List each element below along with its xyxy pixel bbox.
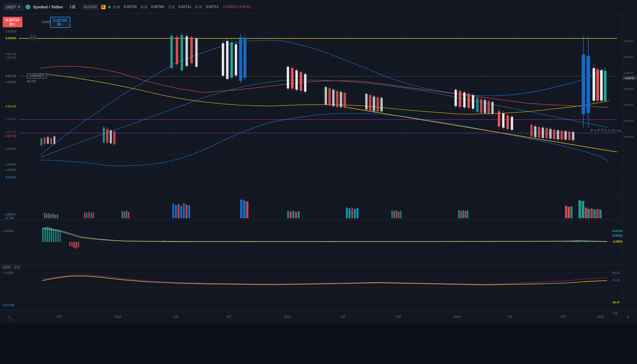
open-label: 始値 — [113, 5, 120, 9]
volume-chart: 0.00737 57.69K — [0, 198, 622, 220]
svg-text:0.02711: 0.02711 — [5, 74, 16, 78]
currency-selector[interactable]: USDT ▼ — [3, 4, 23, 11]
buy-price: 0.02734 — [53, 18, 67, 22]
svg-rect-216 — [570, 206, 573, 218]
svg-rect-187 — [55, 215, 56, 218]
svg-rect-192 — [180, 206, 182, 218]
svg-text:0.03500: 0.03500 — [5, 30, 16, 33]
svg-rect-222 — [593, 209, 596, 218]
svg-rect-236 — [396, 210, 397, 218]
live-dot — [108, 6, 110, 8]
low-value: 0.02711 — [179, 5, 191, 9]
svg-rect-294 — [584, 241, 585, 242]
macd-panel-label — [1, 220, 4, 221]
buy-label: 買い — [53, 22, 67, 27]
timeframe-label: 1週 — [70, 5, 75, 9]
svg-text:0.01746: 0.01746 — [3, 303, 14, 307]
svg-text:0.03344: 0.03344 — [5, 37, 17, 40]
svg-rect-195 — [188, 205, 190, 218]
svg-rect-254 — [71, 242, 73, 247]
svg-rect-287 — [569, 241, 570, 242]
price-change: -0.00025 (-0.91%) — [222, 5, 251, 9]
close-value: 0.02711 — [206, 5, 219, 9]
svg-text:0.01000: 0.01000 — [624, 119, 633, 122]
svg-text:0.00737: 0.00737 — [5, 213, 16, 216]
dropdown-arrow-icon: ▼ — [18, 5, 20, 8]
symbol-icon — [25, 5, 30, 9]
svg-rect-208 — [357, 208, 359, 219]
svg-text:0.01734: 0.01734 — [5, 134, 16, 138]
svg-text:XYMUSDT: XYMUSDT — [29, 74, 44, 77]
right-price-axis: 0.03500 0.03000 0.02500 0.02000 0.01500 … — [622, 14, 637, 310]
svg-rect-211 — [462, 210, 464, 218]
svg-text:67.28: 67.28 — [612, 279, 620, 282]
svg-text:5月: 5月 — [341, 315, 346, 318]
svg-rect-256 — [75, 242, 77, 249]
svg-text:0.00500: 0.00500 — [624, 135, 633, 138]
svg-rect-207 — [354, 209, 356, 219]
svg-rect-191 — [178, 204, 179, 218]
svg-text:0.01500: 0.01500 — [624, 103, 633, 106]
svg-text:0.01737: 0.01737 — [5, 130, 16, 134]
svg-rect-255 — [73, 242, 75, 248]
svg-text:0.00129: 0.00129 — [612, 234, 622, 237]
svg-rect-244 — [42, 228, 44, 242]
svg-rect-249 — [53, 229, 54, 242]
kucoin-icon: K — [101, 5, 106, 9]
svg-rect-235 — [393, 211, 395, 218]
header-bar: USDT ▼ Symbol / Tether · 1週 · KUCOIN K 始… — [0, 0, 637, 14]
svg-text:45.47: 45.47 — [612, 301, 620, 304]
svg-text:2025: 2025 — [597, 315, 604, 318]
svg-rect-210 — [460, 210, 462, 218]
svg-text:USDT: USDT — [3, 266, 11, 269]
svg-rect-233 — [128, 212, 130, 218]
symbol-title: Symbol / Tether — [33, 5, 63, 9]
buy-price-box[interactable]: 0.02734 買い — [50, 17, 70, 28]
svg-text:5月: 5月 — [508, 315, 513, 318]
svg-rect-215 — [568, 207, 570, 218]
svg-rect-223 — [596, 209, 599, 219]
svg-rect-185 — [50, 214, 52, 218]
svg-text:0.02711: 0.02711 — [625, 77, 635, 80]
svg-text:TV: TV — [8, 318, 14, 322]
sell-price-box[interactable]: 0.02710 売り — [3, 17, 22, 27]
svg-rect-188 — [57, 214, 58, 218]
svg-text:5月: 5月 — [173, 315, 179, 318]
svg-text:Z: Z — [8, 315, 10, 318]
svg-rect-190 — [175, 205, 177, 218]
svg-rect-197 — [243, 200, 245, 218]
high-label: 高値 — [140, 5, 147, 9]
svg-text:0.02000: 0.02000 — [624, 87, 633, 90]
future-date-label: 5月 — [613, 312, 618, 316]
svg-text:2023: 2023 — [284, 315, 291, 318]
svg-text:2024: 2024 — [454, 315, 461, 318]
svg-rect-213 — [467, 210, 468, 218]
svg-rect-227 — [88, 211, 90, 218]
main-chart[interactable]: 0.03344 0.02745 0.02730 0.02711 0.02652 … — [0, 14, 622, 198]
svg-text:-0.00067: -0.00067 — [612, 240, 622, 243]
svg-rect-182 — [44, 213, 45, 218]
svg-text:0.02500: 0.02500 — [624, 71, 633, 74]
svg-rect-217 — [579, 200, 581, 218]
svg-text:0.00737: 0.00737 — [5, 176, 16, 179]
svg-rect-229 — [93, 212, 94, 218]
svg-text:2022: 2022 — [114, 315, 121, 318]
svg-text:0.05000: 0.05000 — [3, 229, 14, 233]
svg-rect-257 — [78, 242, 79, 247]
close-label: 終値 — [195, 5, 202, 9]
svg-rect-189 — [172, 204, 174, 218]
svg-rect-245 — [44, 227, 46, 242]
svg-rect-193 — [183, 203, 185, 218]
svg-text:9月: 9月 — [396, 315, 402, 318]
svg-rect-228 — [90, 213, 92, 218]
price-info: 始値 0.02720 高値 0.02780 安値 0.02711 終値 0.02… — [113, 5, 251, 9]
svg-text:6d 22h: 6d 22h — [27, 80, 36, 83]
svg-rect-226 — [86, 213, 88, 218]
svg-rect-219 — [585, 208, 587, 219]
svg-text:9月: 9月 — [561, 315, 566, 318]
svg-rect-201 — [293, 211, 294, 218]
rsi-chart: 80.00 67.28 45.47 0.10000 0.01746 USDT ∨… — [0, 264, 622, 310]
svg-rect-209 — [458, 210, 460, 218]
svg-text:アイデアストリーム: アイデアストリーム — [590, 128, 622, 133]
svg-text:0.01500: 0.01500 — [5, 147, 16, 150]
